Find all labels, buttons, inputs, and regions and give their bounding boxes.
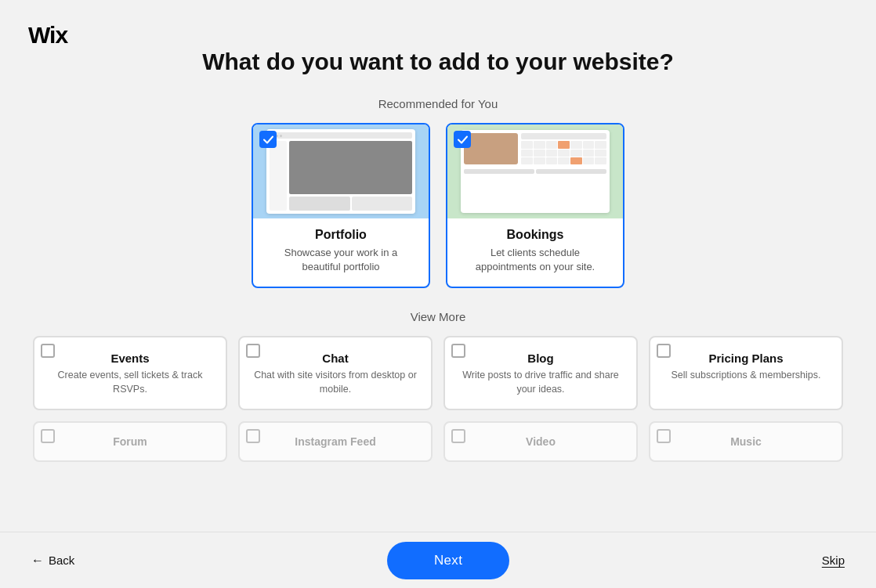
- portfolio-desc: Showcase your work in a beautiful portfo…: [266, 246, 416, 274]
- back-label: Back: [49, 554, 74, 567]
- chat-desc: Chat with site visitors from desktop or …: [252, 369, 418, 396]
- events-desc: Create events, sell tickets & track RSVP…: [47, 369, 213, 396]
- portfolio-checkbox: [259, 131, 277, 148]
- forum-checkbox: [41, 429, 55, 443]
- more-cards-row2: Forum Instagram Feed Video Music: [33, 421, 843, 462]
- events-checkbox: [41, 344, 55, 358]
- instagram-feed-checkbox: [246, 429, 260, 443]
- card-events[interactable]: Events Create events, sell tickets & tra…: [33, 336, 227, 410]
- video-title: Video: [458, 435, 624, 448]
- bottom-bar: ← Back Next Skip: [0, 532, 876, 588]
- card-chat[interactable]: Chat Chat with site visitors from deskto…: [238, 336, 433, 410]
- bookings-desc: Let clients schedule appointments on you…: [460, 246, 610, 274]
- instagram-feed-title: Instagram Feed: [252, 435, 418, 448]
- pricing-plans-title: Pricing Plans: [663, 352, 829, 365]
- blog-checkbox: [451, 344, 465, 358]
- portfolio-title: Portfolio: [266, 228, 416, 242]
- card-instagram-feed[interactable]: Instagram Feed: [238, 421, 433, 462]
- pricing-plans-checkbox: [657, 344, 671, 358]
- back-arrow-icon: ←: [31, 554, 44, 568]
- chat-checkbox: [246, 344, 260, 358]
- bookings-checkbox: [454, 131, 471, 148]
- page-title: What do you want to add to your website?: [202, 49, 674, 75]
- blog-title: Blog: [458, 352, 624, 365]
- wix-logo: Wix: [28, 22, 67, 49]
- more-cards-row1: Events Create events, sell tickets & tra…: [33, 336, 843, 410]
- card-music[interactable]: Music: [649, 421, 843, 462]
- bookings-info: Bookings Let clients schedule appointmen…: [447, 218, 623, 287]
- portfolio-info: Portfolio Showcase your work in a beauti…: [253, 218, 429, 287]
- portfolio-thumbnail: [253, 124, 429, 218]
- card-forum[interactable]: Forum: [33, 421, 227, 462]
- chat-title: Chat: [252, 352, 418, 365]
- bookings-thumbnail: [447, 124, 623, 218]
- video-checkbox: [451, 429, 465, 443]
- music-title: Music: [663, 435, 829, 448]
- card-portfolio[interactable]: Portfolio Showcase your work in a beauti…: [252, 123, 430, 288]
- recommended-cards-row: Portfolio Showcase your work in a beauti…: [252, 123, 624, 288]
- card-bookings[interactable]: Bookings Let clients schedule appointmen…: [446, 123, 624, 288]
- card-video[interactable]: Video: [443, 421, 638, 462]
- events-title: Events: [47, 352, 213, 365]
- bookings-title: Bookings: [460, 228, 610, 242]
- forum-title: Forum: [47, 435, 213, 448]
- blog-desc: Write posts to drive traffic and share y…: [458, 369, 624, 396]
- next-button[interactable]: Next: [387, 542, 509, 579]
- view-more-label: View More: [411, 310, 466, 323]
- music-checkbox: [657, 429, 671, 443]
- card-blog[interactable]: Blog Write posts to drive traffic and sh…: [443, 336, 638, 410]
- pricing-plans-desc: Sell subscriptions & memberships.: [663, 369, 829, 383]
- back-button[interactable]: ← Back: [31, 554, 74, 568]
- card-pricing-plans[interactable]: Pricing Plans Sell subscriptions & membe…: [649, 336, 843, 410]
- recommended-label: Recommended for You: [378, 97, 498, 110]
- skip-button[interactable]: Skip: [822, 554, 845, 567]
- main-content: What do you want to add to your website?…: [0, 0, 876, 473]
